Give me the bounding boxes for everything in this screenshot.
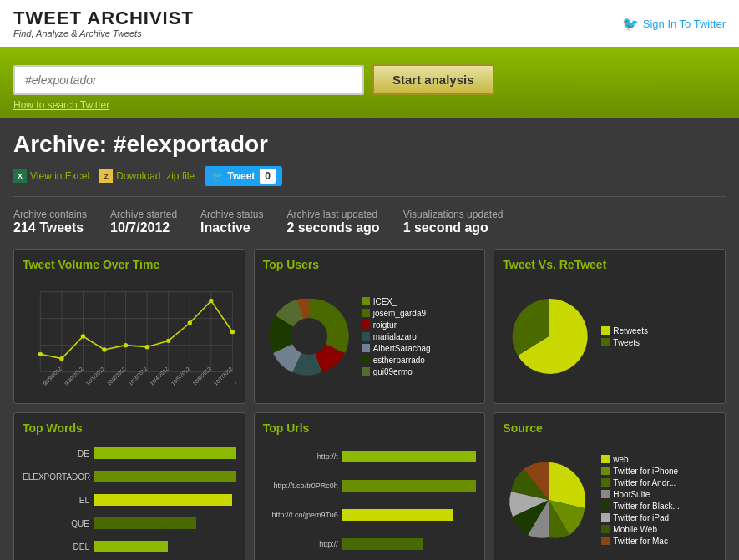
- bar-fill: [94, 447, 236, 459]
- zip-icon: Z: [99, 169, 113, 183]
- legend-label: Twitter for Andr...: [613, 478, 676, 487]
- svg-text:10/6/2012: 10/6/2012: [191, 366, 212, 386]
- twitter-bird-icon: 🐦: [622, 16, 639, 32]
- bar-label: DEL: [23, 542, 89, 552]
- view-excel-label: View in Excel: [30, 170, 89, 182]
- source-chart-title: Source: [503, 421, 716, 435]
- legend-color: [601, 455, 610, 463]
- logo-subtitle: Find, Analyze & Archive Tweets: [13, 28, 194, 38]
- legend-label: roigtur: [373, 320, 397, 330]
- svg-point-15: [59, 356, 63, 361]
- view-excel-button[interactable]: X View in Excel: [13, 169, 89, 183]
- stat-viz-value: 1 second ago: [403, 220, 504, 235]
- bar-row: http://t.co/jpem9Tu6: [263, 509, 477, 521]
- sign-in-link[interactable]: 🐦 Sign In To Twitter: [622, 16, 726, 32]
- legend-item: web: [601, 455, 679, 464]
- legend-label: Twitter for iPad: [613, 513, 669, 522]
- legend-item: Twitter for iPad: [601, 513, 679, 522]
- bar-row: QUE: [23, 517, 236, 529]
- tweet-bird-icon: 🐦: [211, 170, 224, 182]
- legend-color: [362, 309, 370, 317]
- app-header: TWEET ARCHIVIST Find, Analyze & Archive …: [0, 0, 739, 49]
- bar-label: DE: [23, 449, 89, 458]
- stat-updated-label: Archive last updated: [286, 209, 379, 220]
- legend-item: Twitter for iPhone: [601, 467, 679, 476]
- svg-point-20: [166, 339, 170, 343]
- top-words-chart-title: Top Words: [23, 421, 236, 435]
- svg-point-18: [124, 343, 128, 347]
- action-bar: X View in Excel Z Download .zip file 🐦 T…: [13, 166, 726, 197]
- svg-text:10/7/2012: 10/7/2012: [213, 366, 234, 386]
- top-words-chart-card: Top Words DE ELEXPORTADOR EL QUE: [13, 412, 245, 560]
- bar-label: ELEXPORTADOR: [23, 472, 89, 482]
- legend-item: HootSuite: [601, 490, 679, 499]
- legend-color: [362, 297, 370, 305]
- svg-point-35: [291, 318, 327, 355]
- tweet-button[interactable]: 🐦 Tweet 0: [205, 166, 282, 186]
- legend-color: [362, 332, 370, 341]
- svg-text:10/8/2012: 10/8/2012: [234, 366, 235, 386]
- stat-status: Archive status Inactive: [200, 209, 263, 235]
- excel-icon: X: [13, 169, 27, 183]
- volume-chart-card: Tweet Volume Over Time: [13, 249, 245, 404]
- legend-item: Twitter for Andr...: [601, 478, 679, 487]
- legend-label: josem_garda9: [373, 309, 426, 318]
- retweet-legend: Retweets Tweets: [601, 326, 648, 347]
- stat-started: Archive started 10/7/2012: [110, 209, 177, 235]
- search-input[interactable]: [13, 65, 364, 95]
- legend-color: [601, 513, 610, 522]
- legend-label: ICEX_: [373, 297, 397, 306]
- legend-color: [601, 525, 610, 533]
- legend-item: roigtur: [362, 320, 431, 330]
- legend-item: gui09ermo: [362, 367, 431, 376]
- top-users-svg: [263, 290, 355, 382]
- legend-item: Twitter for Mac: [601, 537, 679, 546]
- source-legend: web Twitter for iPhone Twitter for Andr.…: [601, 455, 679, 546]
- legend-label: Retweets: [613, 326, 648, 335]
- svg-text:9/30/2012: 9/30/2012: [63, 366, 84, 386]
- svg-point-19: [144, 345, 149, 349]
- source-svg: [503, 454, 595, 546]
- retweet-pie-container: Retweets Tweets: [503, 278, 716, 395]
- download-zip-button[interactable]: Z Download .zip file: [99, 169, 195, 183]
- legend-color: [601, 338, 610, 346]
- bar-fill: [94, 517, 196, 529]
- legend-label: Twitter for Black...: [613, 502, 679, 511]
- svg-text:10/5/2012: 10/5/2012: [170, 366, 190, 386]
- top-users-chart-title: Top Users: [263, 258, 477, 271]
- retweet-chart-title: Tweet Vs. ReTweet: [503, 258, 716, 271]
- svg-text:10/4/2012: 10/4/2012: [149, 366, 170, 386]
- url-label: http://t: [263, 452, 338, 461]
- bar-fill: [342, 538, 423, 550]
- legend-label: estherparrado: [373, 356, 425, 365]
- legend-item: Retweets: [601, 326, 648, 335]
- legend-color: [601, 326, 610, 335]
- volume-chart: 9/29/2012 9/30/2012 10/1/2012 10/2/2012 …: [23, 278, 236, 395]
- svg-point-23: [230, 330, 235, 334]
- stat-contains: Archive contains 214 Tweets: [13, 209, 87, 235]
- url-label: http://t.co/jpem9Tu6: [263, 511, 338, 519]
- legend-color: [362, 344, 370, 352]
- stat-started-label: Archive started: [110, 209, 177, 220]
- svg-text:10/2/2012: 10/2/2012: [106, 366, 127, 386]
- retweet-chart-card: Tweet Vs. ReTweet Retweets Tweets: [494, 249, 726, 404]
- legend-color: [601, 502, 610, 510]
- legend-label: gui09ermo: [373, 367, 413, 376]
- stat-updated: Archive last updated 2 seconds ago: [286, 209, 379, 235]
- stat-status-value: Inactive: [200, 220, 263, 235]
- search-hint[interactable]: How to search Twitter: [13, 99, 726, 111]
- legend-label: Tweets: [613, 338, 640, 347]
- bar-fill: [94, 494, 232, 506]
- start-analysis-button[interactable]: Start analysis: [372, 64, 494, 95]
- bar-row: http://t: [263, 451, 477, 462]
- legend-label: Mobile Web: [613, 525, 657, 534]
- stat-viz: Visualizations updated 1 second ago: [403, 209, 504, 235]
- legend-item: marialazaro: [362, 332, 431, 341]
- bar-fill: [342, 451, 477, 462]
- main-content: Archive: #elexportador X View in Excel Z…: [0, 118, 739, 560]
- legend-color: [601, 467, 610, 475]
- bar-row: ELEXPORTADOR: [23, 471, 236, 482]
- top-words-bar-chart: DE ELEXPORTADOR EL QUE DEL: [23, 441, 236, 558]
- search-row: Start analysis: [13, 64, 726, 95]
- top-users-legend: ICEX_ josem_garda9 roigtur marialazaro: [362, 297, 431, 376]
